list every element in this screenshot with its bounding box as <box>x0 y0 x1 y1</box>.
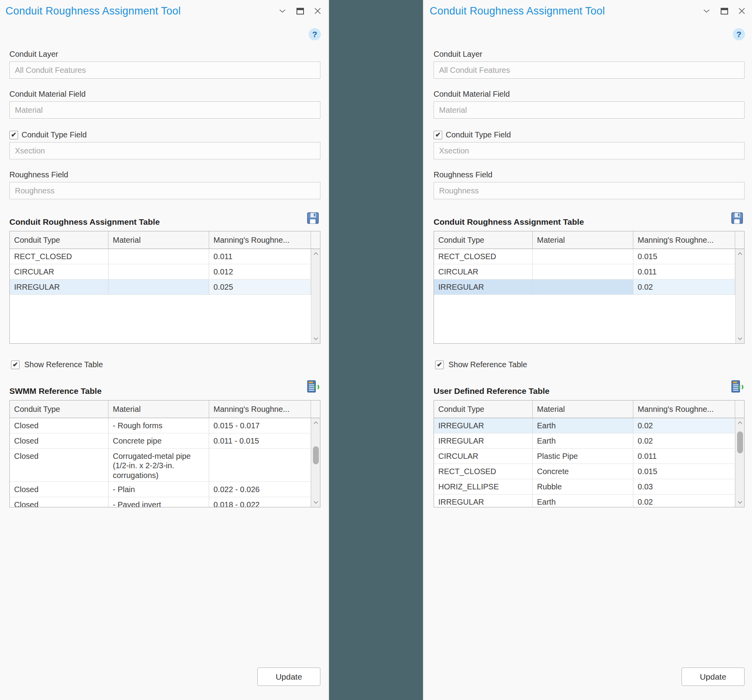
table-row[interactable]: RECT_CLOSED 0.011 <box>10 249 311 264</box>
conduit-type-field-input[interactable]: Xsection <box>434 142 745 159</box>
cell-conduit-type[interactable]: RECT_CLOSED <box>10 249 108 264</box>
cell-material[interactable]: Corrugated-metal pipe (1/2-in. x 2-2/3-i… <box>108 449 209 482</box>
cell-mannings[interactable]: 0.011 - 0.015 <box>209 433 311 448</box>
show-reference-table-checkbox[interactable]: ✔ <box>11 361 20 369</box>
cell-conduit-type[interactable]: Closed <box>10 482 108 497</box>
column-header-conduit-type[interactable]: Conduit Type <box>434 231 533 249</box>
scrollbar-thumb[interactable] <box>313 446 319 464</box>
table-row[interactable]: IRREGULAR Earth 0.02 <box>434 494 735 507</box>
update-button[interactable]: Update <box>682 668 745 686</box>
cell-mannings[interactable] <box>209 449 311 482</box>
table-row[interactable]: CIRCULAR Plastic Pipe 0.011 <box>434 449 735 464</box>
column-header-mannings[interactable]: Manning's Roughne... <box>209 231 311 249</box>
cell-mannings[interactable]: 0.02 <box>633 418 735 433</box>
reload-reference-table-icon[interactable] <box>730 379 744 396</box>
column-header-mannings[interactable]: Manning's Roughne... <box>633 231 735 249</box>
cell-conduit-type[interactable]: CIRCULAR <box>434 264 533 279</box>
cell-mannings[interactable]: 0.011 <box>633 449 735 464</box>
update-button[interactable]: Update <box>257 668 320 686</box>
cell-material[interactable]: Rubble <box>533 479 633 494</box>
close-icon[interactable] <box>315 8 321 14</box>
scroll-down-icon[interactable] <box>311 337 320 340</box>
conduit-type-field-checkbox[interactable]: ✔ <box>434 131 442 139</box>
cell-mannings[interactable]: 0.02 <box>633 280 735 294</box>
close-icon[interactable] <box>739 8 745 14</box>
table-row-selected[interactable]: IRREGULAR Earth 0.02 <box>434 418 735 433</box>
cell-conduit-type[interactable]: IRREGULAR <box>434 433 533 448</box>
conduit-type-field-checkbox[interactable]: ✔ <box>9 131 18 139</box>
cell-mannings[interactable]: 0.03 <box>633 479 735 494</box>
cell-material[interactable]: - Paved invert <box>108 497 209 507</box>
cell-mannings[interactable]: 0.022 - 0.026 <box>209 482 311 497</box>
table-row[interactable]: Closed Concrete pipe 0.011 - 0.015 <box>10 433 311 449</box>
cell-material[interactable]: Earth <box>533 433 633 448</box>
conduit-type-field-input[interactable]: Xsection <box>9 142 320 159</box>
table-row[interactable]: Closed - Plain 0.022 - 0.026 <box>10 482 311 497</box>
cell-material[interactable]: Earth <box>533 494 633 507</box>
roughness-field-input[interactable]: Roughness <box>9 182 320 199</box>
save-icon[interactable] <box>306 211 320 227</box>
cell-mannings[interactable]: 0.011 <box>209 249 311 264</box>
save-icon[interactable] <box>730 211 744 227</box>
cell-material[interactable] <box>533 249 633 264</box>
column-header-conduit-type[interactable]: Conduit Type <box>10 401 108 418</box>
cell-conduit-type[interactable]: Closed <box>10 433 108 448</box>
cell-material[interactable]: - Plain <box>108 482 209 497</box>
conduit-layer-input[interactable]: All Conduit Features <box>434 61 745 79</box>
column-header-mannings[interactable]: Manning's Roughne... <box>633 401 735 418</box>
scrollbar[interactable] <box>735 418 744 507</box>
table-row[interactable]: CIRCULAR 0.011 <box>434 264 735 280</box>
cell-material[interactable] <box>108 249 209 264</box>
cell-conduit-type[interactable]: IRREGULAR <box>10 280 108 294</box>
cell-conduit-type[interactable]: Closed <box>10 418 108 433</box>
column-header-material[interactable]: Material <box>108 401 209 418</box>
cell-conduit-type[interactable]: CIRCULAR <box>10 264 108 279</box>
table-row[interactable]: HORIZ_ELLIPSE Rubble 0.03 <box>434 479 735 494</box>
scrollbar-thumb[interactable] <box>737 431 743 453</box>
cell-mannings[interactable]: 0.015 <box>633 464 735 479</box>
cell-conduit-type[interactable]: Closed <box>10 497 108 507</box>
cell-mannings[interactable]: 0.02 <box>633 494 735 507</box>
cell-mannings[interactable]: 0.018 - 0.022 <box>209 497 311 507</box>
table-row[interactable]: IRREGULAR Earth 0.02 <box>434 433 735 449</box>
cell-material[interactable]: Earth <box>533 418 633 433</box>
cell-mannings[interactable]: 0.025 <box>209 280 311 294</box>
maximize-icon[interactable] <box>721 8 728 14</box>
conduit-layer-input[interactable]: All Conduit Features <box>9 61 320 79</box>
cell-conduit-type[interactable]: HORIZ_ELLIPSE <box>434 479 533 494</box>
scroll-up-icon[interactable] <box>311 421 320 424</box>
table-row[interactable]: RECT_CLOSED 0.015 <box>434 249 735 264</box>
column-header-material[interactable]: Material <box>533 231 633 249</box>
scroll-up-icon[interactable] <box>311 252 320 255</box>
cell-material[interactable] <box>533 264 633 279</box>
cell-mannings[interactable]: 0.015 <box>633 249 735 264</box>
help-icon[interactable]: ? <box>733 28 745 40</box>
cell-conduit-type[interactable]: IRREGULAR <box>434 280 533 294</box>
table-row[interactable]: Closed - Rough forms 0.015 - 0.017 <box>10 418 311 433</box>
roughness-field-input[interactable]: Roughness <box>434 182 745 199</box>
table-row[interactable]: RECT_CLOSED Concrete 0.015 <box>434 464 735 479</box>
cell-mannings[interactable]: 0.012 <box>209 264 311 279</box>
cell-material[interactable]: Concrete <box>533 464 633 479</box>
scrollbar[interactable] <box>311 418 320 507</box>
cell-conduit-type[interactable]: RECT_CLOSED <box>434 249 533 264</box>
collapse-chevron-icon[interactable] <box>279 9 286 13</box>
cell-conduit-type[interactable]: Closed <box>10 449 108 482</box>
table-row[interactable]: Closed Corrugated-metal pipe (1/2-in. x … <box>10 449 311 482</box>
help-icon[interactable]: ? <box>309 28 321 40</box>
collapse-chevron-icon[interactable] <box>703 9 710 13</box>
conduit-material-field-input[interactable]: Material <box>434 101 745 119</box>
table-row[interactable]: CIRCULAR 0.012 <box>10 264 311 280</box>
table-row-selected[interactable]: IRREGULAR 0.02 <box>434 280 735 295</box>
scrollbar[interactable] <box>311 249 320 343</box>
cell-material[interactable] <box>108 280 209 294</box>
cell-material[interactable]: Concrete pipe <box>108 433 209 448</box>
cell-material[interactable]: Plastic Pipe <box>533 449 633 464</box>
cell-conduit-type[interactable]: IRREGULAR <box>434 494 533 507</box>
cell-conduit-type[interactable]: RECT_CLOSED <box>434 464 533 479</box>
column-header-conduit-type[interactable]: Conduit Type <box>434 401 533 418</box>
maximize-icon[interactable] <box>296 8 304 14</box>
scroll-down-icon[interactable] <box>736 337 744 340</box>
scroll-up-icon[interactable] <box>736 421 744 424</box>
table-row-clipped[interactable]: Closed - Paved invert 0.018 - 0.022 <box>10 497 311 507</box>
